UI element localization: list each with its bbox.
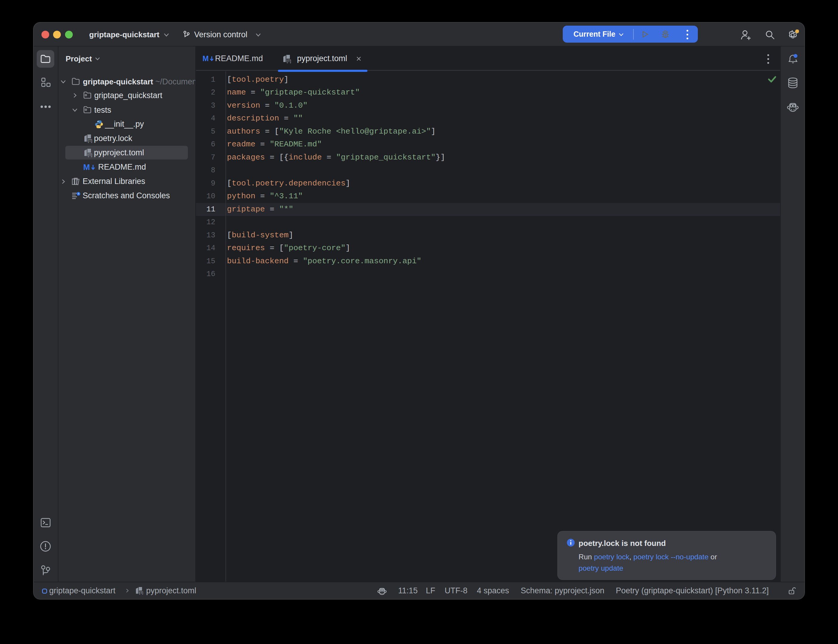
svg-text:M: M	[83, 163, 90, 172]
svg-text:M: M	[202, 54, 209, 62]
svg-text:[T]: [T]	[139, 591, 143, 595]
svg-text:[T]: [T]	[287, 59, 291, 63]
svg-text:[T]: [T]	[88, 153, 92, 157]
svg-text:[T]: [T]	[88, 139, 92, 143]
